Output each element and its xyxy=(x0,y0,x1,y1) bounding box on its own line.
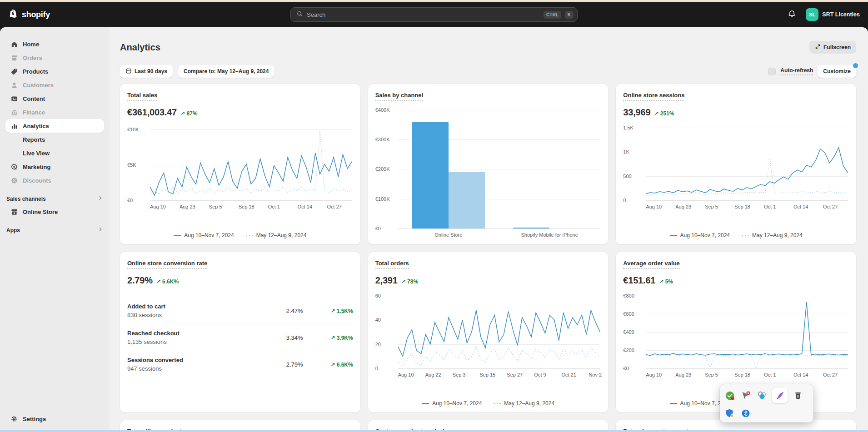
legend-label: May 12–Aug 9, 2024 xyxy=(256,232,307,238)
legend-item: Aug 10–Nov 7, 2024 xyxy=(670,232,730,238)
plot-area xyxy=(646,124,848,200)
bar-previous xyxy=(449,172,485,228)
vpn-arrow-icon[interactable] xyxy=(740,390,751,401)
step-rate: 2.47% xyxy=(253,308,303,314)
y-axis-label: 500 xyxy=(623,174,640,179)
card-title[interactable]: Sales by channel xyxy=(375,92,424,101)
step-label: Reached checkout xyxy=(127,330,253,337)
series-current-line xyxy=(398,310,600,356)
gridline xyxy=(398,368,600,369)
y-axis-label: €0 xyxy=(623,366,640,371)
metric-delta: 6.6K% xyxy=(330,362,353,368)
x-axis-labels: Online StoreShopify Mobile for iPhone xyxy=(398,232,600,238)
compare-button[interactable]: Compare to: May 12–Aug 9, 2024 xyxy=(178,65,274,78)
x-axis-label: Oct 14 xyxy=(298,204,312,209)
sidebar-item-orders[interactable]: Orders xyxy=(5,51,104,65)
sidebar: HomeOrdersProductsCustomersContentFinanc… xyxy=(0,27,110,432)
x-axis-label: Sep 5 xyxy=(209,204,222,209)
x-axis-label: Oct 21 xyxy=(561,372,576,377)
y-axis-label: 60 xyxy=(375,293,393,298)
discounts-icon xyxy=(10,176,18,184)
sidebar-item-finance[interactable]: Finance xyxy=(5,105,104,119)
legend-swatch-previous xyxy=(246,235,253,236)
sidebar-item-products[interactable]: Products xyxy=(5,65,104,78)
legend-swatch-current xyxy=(670,403,677,404)
date-range-button[interactable]: Last 90 days xyxy=(120,65,173,78)
card-total_sales: Total sales€361,003.4787%€10K€5K€0Aug 10… xyxy=(120,84,360,244)
x-axis-labels: Aug 10Aug 23Sep 5Sep 18Oct 1Oct 14Oct 27 xyxy=(646,204,848,211)
sidebar-item-reports[interactable]: Reports xyxy=(5,133,104,146)
series-previous-line xyxy=(646,354,848,368)
card-title[interactable]: Online store conversion rate xyxy=(127,260,207,269)
legend-label: May 12–Aug 9, 2024 xyxy=(504,400,554,407)
tower-trash-icon[interactable] xyxy=(793,390,803,401)
step-label: Sessions converted xyxy=(127,357,253,363)
content-icon xyxy=(10,94,18,103)
y-axis-label: €800 xyxy=(623,293,640,298)
sidebar-item-marketing[interactable]: Marketing xyxy=(5,160,104,174)
sidebar-item-online-store[interactable]: Online Store xyxy=(5,205,104,218)
conversion-row[interactable]: Reached checkout1,135 sessions3.34%3.9K% xyxy=(127,324,353,351)
browser-cluster-icon[interactable] xyxy=(756,390,767,401)
sidebar-item-content[interactable]: Content xyxy=(5,92,104,105)
gridline xyxy=(398,228,600,229)
card-title[interactable]: Total sales xyxy=(127,92,157,101)
system-tray-popup xyxy=(720,384,813,422)
metric-value-row: 2.79%6.6K% xyxy=(127,275,353,286)
customize-button[interactable]: Customize xyxy=(818,65,856,78)
x-axis-label: Aug 23 xyxy=(180,204,195,209)
sidebar-item-live-view[interactable]: Live View xyxy=(5,146,104,160)
x-axis-label: Oct 1 xyxy=(268,204,280,209)
sidebar-section-sales-channels[interactable]: Sales channels xyxy=(6,195,103,202)
fullscreen-button[interactable]: Fullscreen xyxy=(809,41,856,54)
chart-legend: Aug 10–Nov 7, 2024May 12–Aug 9, 2024 xyxy=(623,227,849,238)
line-chart: €10K€5K€0 xyxy=(127,124,353,200)
account-menu[interactable]: SL SRT Licenties xyxy=(806,8,860,21)
y-axis-label: €0 xyxy=(375,226,393,231)
metric-delta: 6.6K% xyxy=(156,278,179,285)
sidebar-item-home[interactable]: Home xyxy=(5,37,104,51)
customers-icon xyxy=(10,81,18,89)
x-axis-label: Oct 27 xyxy=(823,372,838,377)
legend-item: May 12–Aug 9, 2024 xyxy=(742,232,803,238)
conversion-row[interactable]: Sessions converted947 sessions2.79%6.6K% xyxy=(127,351,353,377)
y-axis-label: €400 xyxy=(623,329,640,335)
gridline xyxy=(150,200,352,201)
metric-value: 2,391 xyxy=(375,275,398,286)
customize-label: Customize xyxy=(823,68,851,74)
conversion-row[interactable]: Added to cart838 sessions2.47%1.5K% xyxy=(127,298,353,324)
shopify-logo[interactable]: shopify xyxy=(8,8,113,21)
x-axis-label: Aug 10 xyxy=(646,204,662,209)
notifications-button[interactable] xyxy=(785,8,798,21)
metric-value: 33,969 xyxy=(623,107,650,118)
analytics-cards-grid: Total sales€361,003.4787%€10K€5K€0Aug 10… xyxy=(120,84,856,432)
auto-refresh-checkbox[interactable] xyxy=(768,68,776,75)
antivirus-check-icon[interactable] xyxy=(724,390,735,401)
metric-value-row: €361,003.4787% xyxy=(127,107,353,118)
card-title[interactable]: Average order value xyxy=(623,260,680,269)
x-axis-label: Oct 14 xyxy=(793,372,808,377)
storefront-icon xyxy=(10,208,18,216)
series-previous-line xyxy=(646,159,848,196)
step-sessions: 838 sessions xyxy=(127,312,253,318)
search-input[interactable]: Search CTRL K xyxy=(290,7,578,22)
sidebar-item-discounts[interactable]: Discounts xyxy=(5,174,104,187)
sidebar-item-analytics[interactable]: Analytics xyxy=(5,119,104,133)
card-title[interactable]: Online store sessions xyxy=(623,92,684,101)
card-title[interactable]: Total orders xyxy=(375,260,409,269)
step-label: Added to cart xyxy=(127,303,253,310)
sidebar-item-customers[interactable]: Customers xyxy=(5,78,104,92)
auto-refresh-label[interactable]: Auto-refresh xyxy=(780,67,813,75)
chevron-right-icon xyxy=(98,195,103,202)
legend-item: May 12–Aug 9, 2024 xyxy=(246,232,307,238)
step-rate: 2.79% xyxy=(253,361,303,368)
feather-pen-icon[interactable] xyxy=(772,388,788,403)
x-axis-label: Sep 3 xyxy=(453,372,466,377)
legend-item: May 12–Aug 9, 2024 xyxy=(494,400,554,407)
sidebar-section-apps[interactable]: Apps xyxy=(6,227,103,233)
shield-warning-icon[interactable] xyxy=(724,408,735,419)
step-rate: 3.34% xyxy=(253,334,303,341)
bluetooth-icon[interactable] xyxy=(740,408,751,419)
marketing-icon xyxy=(10,163,18,171)
sidebar-item-settings[interactable]: Settings xyxy=(5,412,104,426)
